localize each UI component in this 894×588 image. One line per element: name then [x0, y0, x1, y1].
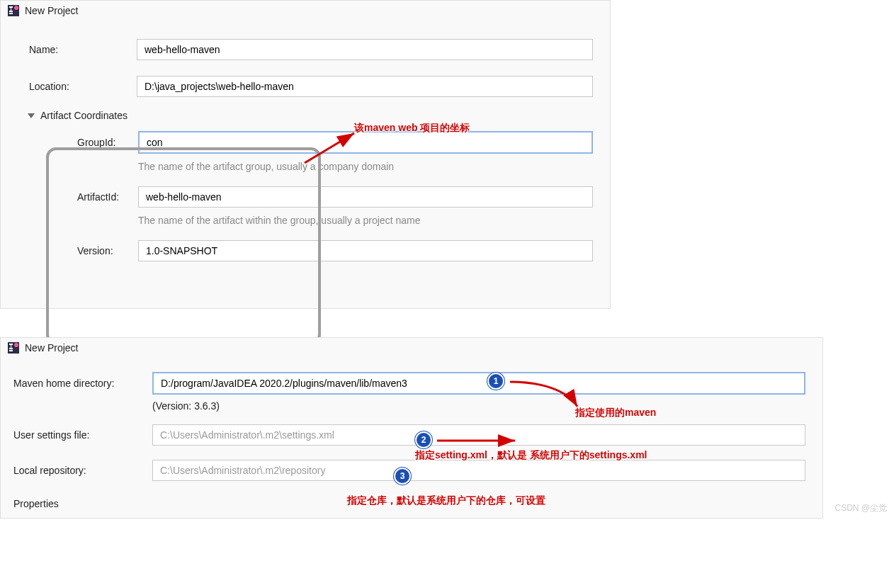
groupid-label: GroupId: [77, 137, 131, 148]
local-repo-input[interactable] [152, 460, 805, 481]
svg-rect-1 [9, 13, 13, 14]
location-label: Location: [29, 81, 128, 92]
maven-home-input[interactable] [152, 372, 805, 395]
artifact-coordinates-header[interactable]: Artifact Coordinates [1, 101, 610, 127]
badge-3: 3 [394, 468, 411, 485]
badge-2: 2 [415, 431, 432, 448]
svg-rect-5 [9, 350, 13, 351]
panel-title: New Project [25, 5, 78, 16]
svg-point-2 [14, 6, 18, 10]
chevron-down-icon [28, 113, 35, 118]
new-project-panel-2: New Project Maven home directory: (Versi… [0, 337, 823, 519]
panel-title-2: New Project [25, 342, 78, 354]
annotation-text-settings: 指定setting.xml，默认是 系统用户下的settings.xml [415, 449, 647, 462]
user-settings-input[interactable] [152, 424, 805, 446]
intellij-icon [8, 342, 19, 354]
name-input[interactable] [137, 39, 593, 60]
panel-header-2: New Project [1, 338, 822, 358]
properties-label: Properties [13, 498, 59, 509]
panel-header: New Project [1, 1, 610, 21]
annotation-text-repo: 指定仓库，默认是系统用户下的仓库，可设置 [347, 494, 545, 507]
highlight-box [46, 147, 321, 344]
name-label: Name: [29, 44, 128, 55]
intellij-icon [8, 5, 19, 16]
artifact-coordinates-label: Artifact Coordinates [40, 110, 128, 121]
svg-point-6 [14, 343, 18, 347]
local-repo-label: Local repository: [13, 465, 141, 476]
annotation-text-1: 该maven web 项目的坐标 [354, 122, 470, 135]
maven-version-text: (Version: 3.6.3) [1, 399, 822, 420]
badge-1: 1 [487, 373, 504, 390]
watermark: CSDN @尘觉 [834, 502, 887, 514]
location-input[interactable] [137, 76, 593, 97]
annotation-text-maven: 指定使用的maven [575, 407, 656, 419]
maven-home-label: Maven home directory: [13, 378, 141, 389]
user-settings-label: User settings file: [13, 429, 141, 441]
